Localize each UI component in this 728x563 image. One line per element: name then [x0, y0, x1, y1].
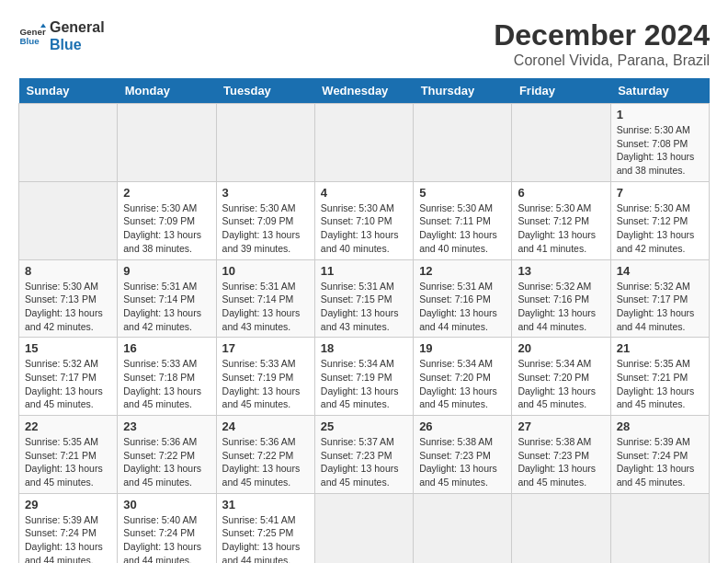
day-cell: 8Sunrise: 5:30 AMSunset: 7:13 PMDaylight…	[19, 259, 118, 338]
col-header-wednesday: Wednesday	[314, 78, 413, 104]
day-cell: 14Sunrise: 5:32 AMSunset: 7:17 PMDayligh…	[610, 259, 709, 338]
col-header-saturday: Saturday	[610, 78, 709, 104]
calendar-week-4: 15Sunrise: 5:32 AMSunset: 7:17 PMDayligh…	[19, 338, 710, 416]
day-cell	[314, 493, 413, 563]
day-cell: 11Sunrise: 5:31 AMSunset: 7:15 PMDayligh…	[314, 259, 413, 338]
day-cell-1: 1Sunrise: 5:30 AMSunset: 7:08 PMDaylight…	[610, 104, 709, 182]
day-cell: 27Sunrise: 5:38 AMSunset: 7:23 PMDayligh…	[512, 416, 610, 494]
logo-line1: General	[50, 18, 105, 36]
empty-cell	[216, 104, 314, 182]
empty-cell	[118, 104, 216, 182]
day-cell: 29Sunrise: 5:39 AMSunset: 7:24 PMDayligh…	[19, 493, 118, 563]
day-cell: 7Sunrise: 5:30 AMSunset: 7:12 PMDaylight…	[610, 181, 709, 259]
col-header-thursday: Thursday	[414, 78, 512, 104]
header-row: SundayMondayTuesdayWednesdayThursdayFrid…	[19, 78, 710, 104]
logo-icon: General Blue	[18, 22, 46, 50]
day-cell: 4Sunrise: 5:30 AMSunset: 7:10 PMDaylight…	[314, 181, 413, 259]
calendar-week-2: 2Sunrise: 5:30 AMSunset: 7:09 PMDaylight…	[19, 181, 710, 259]
logo: General Blue General Blue	[18, 18, 105, 53]
day-cell: 9Sunrise: 5:31 AMSunset: 7:14 PMDaylight…	[118, 259, 216, 338]
day-cell: 26Sunrise: 5:38 AMSunset: 7:23 PMDayligh…	[414, 416, 512, 494]
day-cell: 30Sunrise: 5:40 AMSunset: 7:24 PMDayligh…	[118, 493, 216, 563]
calendar-week-6: 29Sunrise: 5:39 AMSunset: 7:24 PMDayligh…	[19, 493, 710, 563]
day-cell: 24Sunrise: 5:36 AMSunset: 7:22 PMDayligh…	[216, 416, 314, 494]
day-cell: 28Sunrise: 5:39 AMSunset: 7:24 PMDayligh…	[610, 416, 709, 494]
day-cell: 23Sunrise: 5:36 AMSunset: 7:22 PMDayligh…	[118, 416, 216, 494]
day-cell: 12Sunrise: 5:31 AMSunset: 7:16 PMDayligh…	[414, 259, 512, 338]
day-cell: 2Sunrise: 5:30 AMSunset: 7:09 PMDaylight…	[118, 181, 216, 259]
day-cell	[512, 493, 610, 563]
logo-line2: Blue	[50, 36, 105, 53]
calendar-table: SundayMondayTuesdayWednesdayThursdayFrid…	[18, 78, 710, 563]
day-cell: 20Sunrise: 5:34 AMSunset: 7:20 PMDayligh…	[512, 338, 610, 416]
day-cell: 31Sunrise: 5:41 AMSunset: 7:25 PMDayligh…	[216, 493, 314, 563]
day-cell: 15Sunrise: 5:32 AMSunset: 7:17 PMDayligh…	[19, 338, 118, 416]
day-cell: 22Sunrise: 5:35 AMSunset: 7:21 PMDayligh…	[19, 416, 118, 494]
day-cell: 25Sunrise: 5:37 AMSunset: 7:23 PMDayligh…	[314, 416, 413, 494]
day-cell: 19Sunrise: 5:34 AMSunset: 7:20 PMDayligh…	[414, 338, 512, 416]
day-cell: 6Sunrise: 5:30 AMSunset: 7:12 PMDaylight…	[512, 181, 610, 259]
month-title: December 2024	[494, 18, 710, 52]
col-header-friday: Friday	[512, 78, 610, 104]
empty-cell	[512, 104, 610, 182]
day-cell: 17Sunrise: 5:33 AMSunset: 7:19 PMDayligh…	[216, 338, 314, 416]
title-area: December 2024 Coronel Vivida, Parana, Br…	[494, 18, 710, 69]
calendar-week-3: 8Sunrise: 5:30 AMSunset: 7:13 PMDaylight…	[19, 259, 710, 338]
day-cell: 5Sunrise: 5:30 AMSunset: 7:11 PMDaylight…	[414, 181, 512, 259]
day-cell: 16Sunrise: 5:33 AMSunset: 7:18 PMDayligh…	[118, 338, 216, 416]
col-header-monday: Monday	[118, 78, 216, 104]
svg-text:Blue: Blue	[20, 36, 40, 46]
day-cell: 13Sunrise: 5:32 AMSunset: 7:16 PMDayligh…	[512, 259, 610, 338]
day-cell: 21Sunrise: 5:35 AMSunset: 7:21 PMDayligh…	[610, 338, 709, 416]
col-header-tuesday: Tuesday	[216, 78, 314, 104]
col-header-sunday: Sunday	[19, 78, 118, 104]
day-cell: 18Sunrise: 5:34 AMSunset: 7:19 PMDayligh…	[314, 338, 413, 416]
calendar-week-5: 22Sunrise: 5:35 AMSunset: 7:21 PMDayligh…	[19, 416, 710, 494]
day-cell: 3Sunrise: 5:30 AMSunset: 7:09 PMDaylight…	[216, 181, 314, 259]
day-cell	[19, 181, 118, 259]
header: General Blue General Blue December 2024 …	[18, 18, 710, 69]
empty-cell	[314, 104, 413, 182]
empty-cell	[414, 104, 512, 182]
day-cell: 10Sunrise: 5:31 AMSunset: 7:14 PMDayligh…	[216, 259, 314, 338]
day-cell	[414, 493, 512, 563]
empty-cell	[19, 104, 118, 182]
svg-text:General: General	[20, 27, 47, 37]
location: Coronel Vivida, Parana, Brazil	[494, 52, 710, 69]
day-cell	[610, 493, 709, 563]
